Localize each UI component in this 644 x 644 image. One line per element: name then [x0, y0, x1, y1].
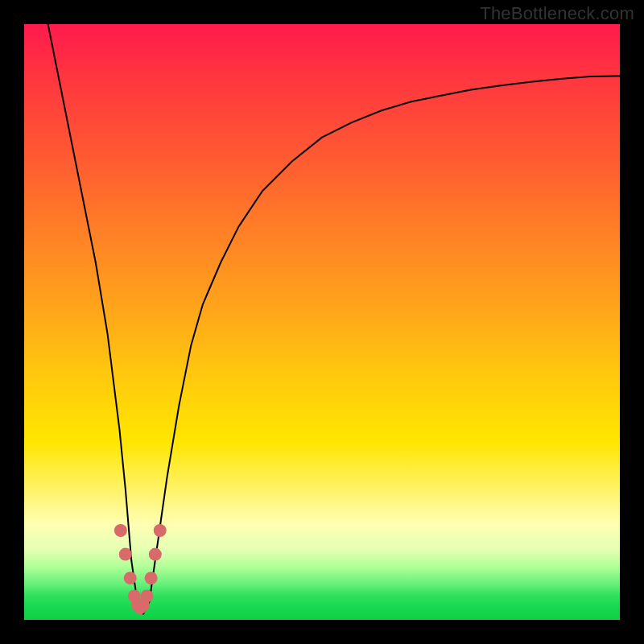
marker-dot — [154, 524, 167, 537]
marker-dot — [124, 572, 137, 584]
watermark-text: TheBottleneck.com — [480, 3, 634, 24]
chart-svg — [24, 24, 620, 620]
curve-layer — [48, 24, 620, 614]
bottleneck-curve — [48, 24, 620, 614]
marker-dot — [114, 524, 127, 537]
chart-frame: TheBottleneck.com — [0, 0, 644, 644]
marker-dot — [140, 589, 153, 602]
marker-dot — [119, 548, 132, 561]
plot-area — [24, 24, 620, 620]
marker-dot — [145, 572, 158, 584]
marker-dot — [149, 548, 162, 561]
